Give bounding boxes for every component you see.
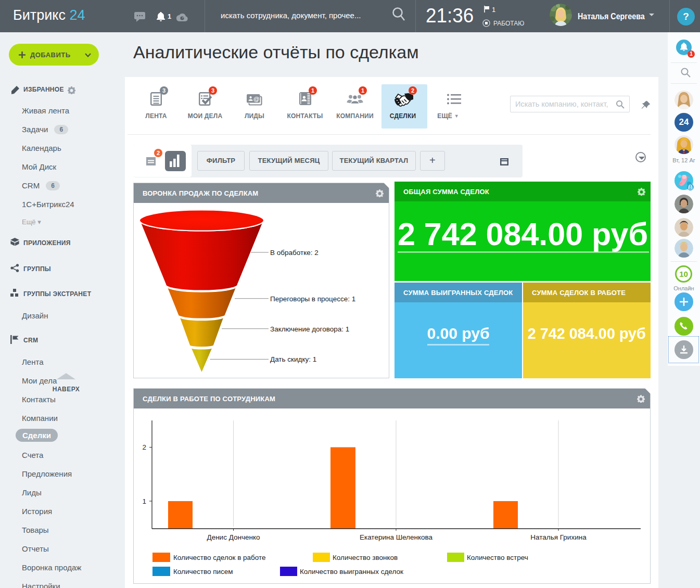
svg-text:Заключение договора: 1: Заключение договора: 1: [270, 325, 349, 333]
svg-text:В обработке: 2: В обработке: 2: [270, 249, 319, 257]
svg-text:Дать скидку: 1: Дать скидку: 1: [270, 355, 316, 363]
svg-text:Количество сделок в работе: Количество сделок в работе: [173, 554, 266, 561]
svg-text:Количество выигранных сделок: Количество выигранных сделок: [300, 568, 403, 576]
svg-text:@: @: [253, 96, 259, 102]
svg-text:Количество встреч: Количество встреч: [467, 554, 528, 561]
svg-text:Переговоры в процессе: 1: Переговоры в процессе: 1: [270, 295, 355, 303]
svg-text:Количество звонков: Количество звонков: [333, 554, 398, 561]
svg-text:Екатерина Шеленкова: Екатерина Шеленкова: [360, 533, 433, 541]
svg-text:2: 2: [142, 443, 146, 451]
svg-text:Количество писем: Количество писем: [173, 568, 233, 576]
svg-text:Денис Донченко: Денис Донченко: [207, 533, 260, 541]
svg-text:1: 1: [142, 497, 146, 505]
svg-text:Наталья Грихина: Наталья Грихина: [530, 533, 587, 541]
